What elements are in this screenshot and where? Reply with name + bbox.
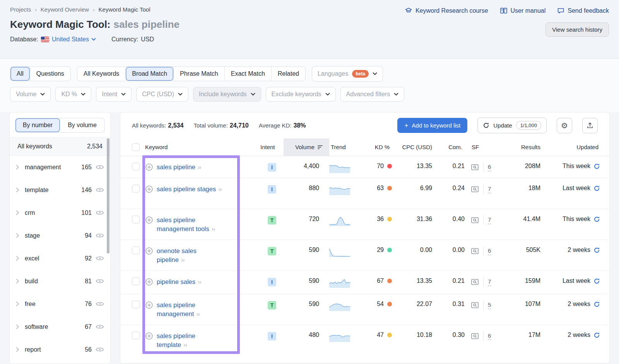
add-keyword-icon[interactable] xyxy=(145,185,153,193)
row-checkbox[interactable] xyxy=(132,332,140,339)
expand-keyword-icon[interactable]: ›› xyxy=(181,257,185,263)
languages-dropdown[interactable]: Languages beta xyxy=(312,66,383,82)
sf-count[interactable]: 5 xyxy=(488,301,491,309)
filter-tab-all-keywords[interactable]: All Keywords xyxy=(77,67,125,81)
exclude-keywords-dropdown[interactable]: Exclude keywords xyxy=(266,87,336,102)
refresh-metrics-icon[interactable] xyxy=(593,278,600,284)
table-settings-button[interactable]: ⚙ xyxy=(557,118,572,133)
expand-keyword-icon[interactable]: ›› xyxy=(198,279,201,285)
add-keyword-icon[interactable] xyxy=(145,247,153,255)
refresh-metrics-icon[interactable] xyxy=(593,247,600,253)
add-keyword-icon[interactable] xyxy=(145,278,153,286)
toggle-by-volume[interactable]: By volume xyxy=(60,118,104,132)
keyword-link[interactable]: sales pipeline template›› xyxy=(157,332,225,349)
col-intent[interactable]: Intent xyxy=(260,138,284,156)
breadcrumb-projects[interactable]: Projects xyxy=(10,6,31,13)
select-all-checkbox[interactable] xyxy=(132,143,140,151)
include-keywords-dropdown[interactable]: Include keywords xyxy=(193,87,261,102)
database-selector[interactable]: United States xyxy=(52,36,96,43)
keyword-link[interactable]: sales pipeline›› xyxy=(157,163,201,172)
add-keyword-icon[interactable] xyxy=(145,163,153,171)
col-kd[interactable]: KD % xyxy=(363,138,397,156)
add-keyword-icon-wrap[interactable] xyxy=(145,332,153,340)
keyword-group-crm[interactable]: crm101 xyxy=(10,201,110,224)
keyword-group-management[interactable]: management165 xyxy=(10,156,110,179)
serp-features-icon[interactable] xyxy=(471,186,479,193)
row-checkbox[interactable] xyxy=(132,277,140,285)
eye-icon[interactable] xyxy=(96,187,104,192)
keyword-group-build[interactable]: build81 xyxy=(10,270,110,293)
filter-tab-questions[interactable]: Questions xyxy=(30,67,70,81)
eye-icon[interactable] xyxy=(96,233,104,238)
volume-dropdown[interactable]: Volume xyxy=(10,87,51,102)
add-keyword-icon-wrap[interactable] xyxy=(145,185,153,193)
serp-features-icon[interactable] xyxy=(471,164,479,171)
keyword-link[interactable]: sales pipeline management tools›› xyxy=(157,216,225,233)
advanced-filters-dropdown[interactable]: Advanced filters xyxy=(340,87,405,102)
serp-features-icon[interactable] xyxy=(471,279,479,286)
send-feedback-link[interactable]: Send feedback xyxy=(557,7,609,14)
keyword-research-course-link[interactable]: Keyword Research course xyxy=(405,7,488,15)
sf-count[interactable]: 7 xyxy=(488,216,491,224)
row-checkbox[interactable] xyxy=(132,216,140,223)
add-keyword-icon[interactable] xyxy=(145,332,153,340)
eye-icon[interactable] xyxy=(96,301,104,306)
intent-dropdown[interactable]: Intent xyxy=(96,87,132,102)
expand-keyword-icon[interactable]: ›› xyxy=(212,226,215,232)
keyword-group-stage[interactable]: stage94 xyxy=(10,224,110,247)
kd-dropdown[interactable]: KD % xyxy=(55,87,91,102)
expand-keyword-icon[interactable]: ›› xyxy=(218,186,222,192)
eye-icon[interactable] xyxy=(96,324,104,329)
expand-keyword-icon[interactable]: ›› xyxy=(198,164,201,170)
add-to-keyword-list-button[interactable]: + Add to keyword list xyxy=(397,118,467,133)
eye-icon[interactable] xyxy=(96,347,104,352)
keyword-group-free[interactable]: free76 xyxy=(10,293,110,315)
user-manual-link[interactable]: User manual xyxy=(500,7,546,14)
sidebar-scrollbar[interactable] xyxy=(107,138,109,253)
keyword-group-software[interactable]: software67 xyxy=(10,315,110,338)
add-keyword-icon-wrap[interactable] xyxy=(145,278,153,286)
sf-count[interactable]: 6 xyxy=(488,332,491,340)
sidebar-all-keywords-row[interactable]: All keywords 2,534 xyxy=(10,137,110,156)
update-button[interactable]: Update 1/1,000 xyxy=(477,117,547,133)
refresh-metrics-icon[interactable] xyxy=(593,185,600,192)
toggle-by-number[interactable]: By number xyxy=(15,118,60,132)
eye-icon[interactable] xyxy=(96,279,104,284)
keyword-group-excel[interactable]: excel92 xyxy=(10,247,110,270)
eye-icon[interactable] xyxy=(96,256,104,261)
filter-tab-exact-match[interactable]: Exact Match xyxy=(224,67,271,81)
sf-count[interactable]: 7 xyxy=(488,278,491,286)
add-keyword-icon-wrap[interactable] xyxy=(145,247,153,255)
refresh-metrics-icon[interactable] xyxy=(593,301,600,308)
keyword-link[interactable]: sales pipeline stages›› xyxy=(157,185,222,194)
keyword-group-template[interactable]: template146 xyxy=(10,179,110,201)
keyword-link[interactable]: pipeline sales›› xyxy=(157,277,201,286)
add-keyword-icon[interactable] xyxy=(145,301,153,309)
row-checkbox[interactable] xyxy=(132,185,140,192)
col-cpc[interactable]: CPC (USD) xyxy=(397,138,440,156)
add-keyword-icon-wrap[interactable] xyxy=(145,301,153,309)
col-trend[interactable]: Trend xyxy=(329,138,363,156)
view-search-history-button[interactable]: View search history xyxy=(545,22,609,37)
serp-features-icon[interactable] xyxy=(471,333,479,340)
col-keyword[interactable]: Keyword xyxy=(145,138,260,156)
sf-count[interactable]: 7 xyxy=(488,185,491,193)
col-sf[interactable]: SF xyxy=(470,138,507,156)
keyword-group-report[interactable]: report56 xyxy=(10,338,110,361)
add-keyword-icon-wrap[interactable] xyxy=(145,216,153,224)
refresh-metrics-icon[interactable] xyxy=(593,216,600,223)
eye-icon[interactable] xyxy=(96,210,104,215)
filter-tab-related[interactable]: Related xyxy=(271,67,305,81)
col-volume[interactable]: Volume xyxy=(284,138,329,156)
refresh-metrics-icon[interactable] xyxy=(593,163,600,170)
row-checkbox[interactable] xyxy=(132,247,140,254)
keyword-link[interactable]: onenote sales pipeline›› xyxy=(157,247,225,264)
sf-count[interactable]: 6 xyxy=(488,247,491,255)
cpc-usd-dropdown[interactable]: CPC (USD) xyxy=(136,87,188,102)
row-checkbox[interactable] xyxy=(132,163,140,170)
add-keyword-icon-wrap[interactable] xyxy=(145,163,153,171)
export-button[interactable] xyxy=(582,118,598,133)
expand-keyword-icon[interactable]: ›› xyxy=(196,311,200,317)
filter-tab-phrase-match[interactable]: Phrase Match xyxy=(173,67,224,81)
col-results[interactable]: Results xyxy=(507,138,548,156)
